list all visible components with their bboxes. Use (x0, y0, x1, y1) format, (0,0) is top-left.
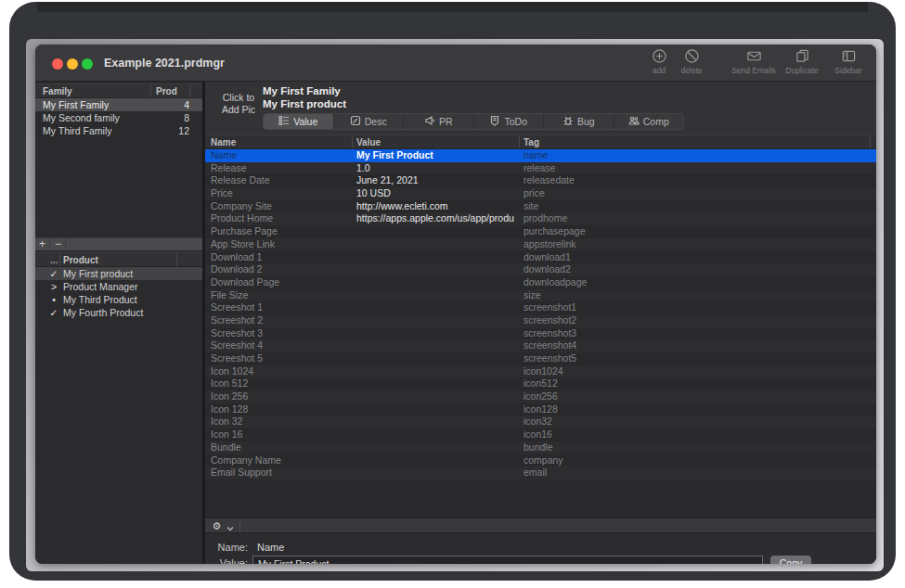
name-column-header[interactable]: Name (211, 137, 236, 147)
pencil-icon (350, 115, 361, 128)
tab-label: ToDo (504, 116, 527, 127)
add-picture-well[interactable]: Click to Add Pic (214, 92, 263, 116)
value-input[interactable] (252, 556, 763, 564)
send-emails-button[interactable]: Send Emails (730, 48, 778, 80)
prod-column-header[interactable]: Prod (156, 86, 177, 96)
chevron-down-icon[interactable] (226, 520, 237, 531)
table-row[interactable]: Screeshot 4screenshot4 (205, 339, 876, 352)
row-name: Icon 256 (211, 390, 350, 403)
table-row[interactable]: Screeshot 2screenshot2 (205, 314, 876, 327)
row-name: Price (211, 187, 350, 200)
table-row[interactable]: File Sizesize (205, 289, 876, 302)
family-name: My First Family (43, 98, 109, 111)
family-list-controls: + − (35, 237, 202, 250)
product-row[interactable]: ✓My Fourth Product (35, 306, 202, 319)
bug-icon (562, 115, 574, 128)
table-row[interactable]: Download 1download1 (205, 251, 876, 264)
tab-value[interactable]: Value (264, 114, 334, 129)
app-window: Example 2021.prdmgr add delete Send Emai… (35, 45, 876, 564)
marker-column-header[interactable]: ... (50, 255, 58, 265)
row-tag: release (524, 162, 709, 175)
row-tag: bundle (524, 441, 709, 454)
close-window-button[interactable] (52, 58, 63, 70)
table-row[interactable]: Icon 16icon16 (205, 428, 876, 441)
row-tag: purchasepage (524, 225, 709, 238)
row-name: Icon 128 (211, 403, 350, 416)
table-row[interactable]: App Store Linkappstorelink (205, 238, 876, 251)
titlebar: Example 2021.prdmgr add delete Send Emai… (35, 45, 876, 82)
minimize-window-button[interactable] (67, 58, 78, 70)
copy-button[interactable]: Copy (770, 556, 811, 564)
tab-label: Comp (643, 116, 669, 127)
row-value: 10 USD (356, 187, 514, 200)
table-row[interactable]: NameMy First Productname (205, 149, 876, 162)
tab-todo[interactable]: ToDo (474, 114, 545, 129)
row-name: File Size (211, 289, 350, 302)
table-row[interactable]: Purchase Pagepurchasepage (205, 225, 876, 238)
table-row[interactable]: Screeshot 5screenshot5 (205, 352, 876, 365)
table-row[interactable]: Email Supportemail (205, 467, 876, 479)
table-row[interactable]: Company Namecompany (205, 454, 876, 467)
tab-desc[interactable]: Desc (334, 114, 405, 129)
table-row[interactable]: Screeshot 3screenshot3 (205, 327, 876, 340)
column-divider (189, 85, 190, 97)
action-bar: ⚙ (205, 518, 876, 533)
table-row[interactable]: Company Sitehttp://www.ecleti.comsite (205, 200, 876, 213)
tab-comp[interactable]: Comp (614, 114, 684, 129)
table-row[interactable]: Screeshot 1screenshot1 (205, 301, 876, 314)
tab-pr[interactable]: PR (404, 114, 474, 129)
product-status-icon: ✓ (48, 267, 59, 280)
column-divider (870, 136, 871, 148)
todo-badge-icon (489, 115, 500, 128)
tab-bug[interactable]: Bug (544, 114, 614, 129)
sidebar-toggle-button[interactable]: Sidebar (824, 48, 873, 80)
tag-column-header[interactable]: Tag (524, 137, 539, 147)
product-row[interactable]: ✓My First product (35, 267, 202, 280)
family-table-header: Family Prod (35, 83, 202, 98)
value-column-header[interactable]: Value (356, 137, 381, 147)
product-row[interactable]: >Product Manager (35, 280, 202, 293)
table-row[interactable]: Icon 128icon128 (205, 403, 876, 416)
column-divider (59, 254, 60, 266)
table-row[interactable]: Product Homehttps://apps.apple.com/us/ap… (205, 212, 876, 225)
row-tag: company (524, 454, 709, 467)
product-row[interactable]: •My Third Product (35, 293, 202, 306)
family-row[interactable]: My First Family4 (35, 98, 202, 111)
table-row[interactable]: Release DateJune 21, 2021releasedate (205, 174, 876, 187)
table-row[interactable]: Icon 256icon256 (205, 390, 876, 403)
inspector-value-label: Value: (205, 557, 248, 564)
gear-menu-button[interactable]: ⚙ (209, 519, 225, 532)
family-prod-count: 8 (184, 111, 189, 124)
main-panel: Click to Add Pic My First Family My Firs… (205, 82, 876, 564)
table-row[interactable]: Icon 1024icon1024 (205, 365, 876, 378)
duplicate-button[interactable]: Duplicate (778, 48, 826, 80)
table-row[interactable]: Release1.0release (205, 162, 876, 175)
table-row[interactable]: Bundlebundle (205, 441, 876, 454)
zoom-window-button[interactable] (82, 58, 93, 70)
row-tag: size (524, 289, 709, 302)
family-column-header[interactable]: Family (43, 86, 72, 96)
family-row[interactable]: My Second family8 (35, 111, 202, 124)
row-name: Screeshot 2 (211, 314, 350, 327)
table-row[interactable]: Icon 32icon32 (205, 415, 876, 428)
card-top-strip (37, 2, 868, 12)
table-row[interactable]: Download Pagedownloadpage (205, 276, 876, 289)
selected-product-title: My First product (263, 98, 346, 109)
delete-button[interactable]: delete (667, 48, 716, 80)
table-row[interactable]: Download 2download2 (205, 263, 876, 276)
table-row[interactable]: Price10 USDprice (205, 187, 876, 200)
remove-family-button[interactable]: − (51, 238, 66, 251)
add-family-button[interactable]: + (35, 238, 50, 251)
sidebar: Family Prod My First Family4My Second fa… (35, 82, 202, 564)
row-tag: site (524, 200, 709, 213)
add-circle-icon (652, 51, 667, 67)
value-table: NameMy First ProductnameRelease1.0releas… (205, 149, 876, 480)
row-name: Download 2 (211, 263, 350, 276)
row-tag: screenshot3 (524, 327, 709, 340)
detail-header: Click to Add Pic My First Family My Firs… (205, 82, 876, 134)
product-column-header[interactable]: Product (63, 255, 98, 265)
table-row[interactable]: Icon 512icon512 (205, 377, 876, 390)
family-row[interactable]: My Third Family12 (35, 124, 202, 137)
sidebar-button-label: Sidebar (824, 66, 873, 75)
row-tag: screenshot5 (524, 352, 709, 365)
